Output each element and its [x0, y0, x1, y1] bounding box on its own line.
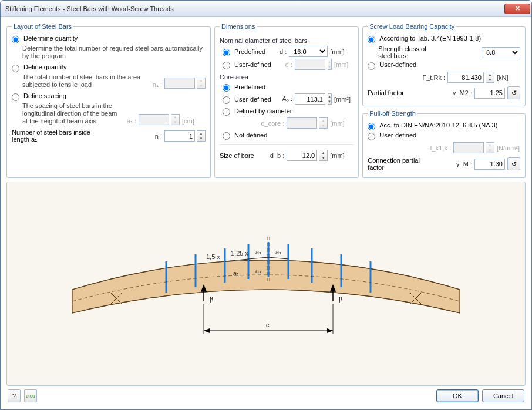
label-pulloff-user: User-defined	[379, 132, 520, 139]
unit-as: [mm²]	[334, 96, 358, 103]
svg-text:β: β	[210, 295, 213, 303]
group-layout-legend: Layout of Steel Bars	[12, 23, 73, 30]
select-d[interactable]: 16.0	[289, 46, 328, 57]
svg-text:β: β	[339, 295, 342, 303]
group-layout: Layout of Steel Bars Determine quantity …	[6, 23, 211, 178]
spinner-as[interactable]: ▲▼	[328, 93, 332, 105]
input-db[interactable]	[287, 150, 317, 161]
radio-define-qty[interactable]	[12, 65, 19, 72]
cancel-button[interactable]: Cancel	[482, 389, 524, 402]
head-core: Core area	[220, 73, 353, 80]
head-nominal-dia: Nominal diameter of steel bars	[220, 37, 353, 44]
label-core-notdef: Not defined	[234, 132, 267, 139]
radio-determine-qty[interactable]	[12, 36, 19, 43]
input-dcore[interactable]	[287, 117, 317, 129]
label-screw-user: User-defined	[379, 61, 520, 68]
spinner-ftrk[interactable]: ▲▼	[486, 72, 494, 83]
reset-icon: ↺	[511, 89, 517, 97]
ok-button[interactable]: OK	[436, 389, 479, 402]
sym-fk1k: f_k1,k :	[430, 144, 451, 152]
sym-d: d :	[270, 48, 287, 55]
radio-screw-user[interactable]	[368, 62, 375, 70]
radio-core-user[interactable]	[223, 96, 230, 104]
select-strength[interactable]: 8.8	[482, 47, 520, 58]
sym-gm2: γ_M2 :	[453, 89, 472, 96]
unit-dcore: [mm]	[330, 120, 353, 127]
group-screw-legend: Screw Load Bearing Capacity	[368, 23, 456, 30]
sym-dcore: d_core :	[261, 120, 284, 127]
label-define-qty: Define quantity	[23, 63, 206, 70]
spinner-n[interactable]: ▲▼	[197, 130, 206, 142]
sym-ftrk: F_t,Rk :	[422, 74, 445, 81]
reset-icon: ↺	[511, 160, 517, 168]
svg-text:a₁: a₁	[255, 248, 261, 256]
input-a1[interactable]	[139, 114, 169, 125]
reset-gm-button[interactable]: ↺	[507, 157, 520, 170]
input-gm2[interactable]	[474, 88, 505, 99]
spinner-n1[interactable]: ▲▼	[197, 78, 206, 89]
label-core-user: User-defined	[234, 96, 271, 103]
input-fk1k[interactable]	[453, 142, 484, 153]
label-nom-predef: Predefined	[234, 48, 265, 55]
svg-text:a₁: a₁	[275, 248, 281, 256]
titlebar: Stiffening Elements - Steel Bars with Wo…	[1, 1, 531, 17]
input-n1[interactable]	[164, 78, 195, 89]
svg-marker-32	[327, 328, 333, 333]
radio-nom-user[interactable]	[223, 62, 230, 69]
spinner-a1[interactable]: ▲▼	[171, 114, 180, 125]
svg-text:a₁: a₁	[255, 267, 261, 274]
unit-db: [mm]	[330, 152, 353, 159]
unit-d2: [mm]	[334, 61, 358, 68]
svg-line-17	[268, 257, 288, 259]
sym-d2: d :	[276, 61, 292, 68]
label-core-predef: Predefined	[234, 83, 265, 90]
help-button[interactable]: ?	[8, 389, 21, 402]
sym-gm: γ_M :	[456, 160, 472, 167]
spinner-db[interactable]: ▲▼	[319, 150, 328, 161]
beam-diagram: 1,5 x 1,25 x a₁ a₁ a₁ a₁ β β c	[6, 182, 526, 386]
input-as[interactable]	[295, 93, 325, 105]
input-d-user[interactable]	[295, 59, 325, 70]
svg-text:a₁: a₁	[233, 270, 239, 277]
svg-text:1,25 x: 1,25 x	[231, 250, 248, 257]
spinner-d-user[interactable]: ▲▼	[328, 59, 332, 70]
radio-core-dia[interactable]	[223, 108, 230, 116]
desc-define-spacing: The spacing of steel bars in the longitu…	[22, 102, 117, 125]
label-conn-partial: Connection partial factor	[368, 157, 426, 171]
input-ftrk[interactable]	[447, 72, 484, 83]
radio-define-spacing[interactable]	[12, 93, 19, 101]
close-button[interactable]: ✕	[504, 4, 530, 14]
svg-marker-31	[204, 328, 210, 333]
sym-n1: n₁ :	[146, 81, 162, 89]
group-dimensions: Dimensions Nominal diameter of steel bar…	[214, 23, 359, 178]
group-dimensions-legend: Dimensions	[220, 23, 257, 30]
unit-d: [mm]	[330, 48, 353, 55]
radio-nom-predef[interactable]	[223, 49, 230, 56]
sym-as: Aₛ :	[276, 95, 292, 103]
svg-line-16	[248, 257, 268, 259]
close-icon: ✕	[515, 5, 520, 12]
units-button[interactable]: 0.00	[24, 389, 37, 402]
reset-gm2-button[interactable]: ↺	[507, 86, 520, 99]
beam-svg: 1,5 x 1,25 x a₁ a₁ a₁ a₁ β β c	[49, 213, 483, 354]
help-icon: ?	[12, 392, 16, 399]
svg-text:c: c	[266, 321, 270, 328]
input-gm[interactable]	[474, 159, 505, 170]
sym-db: d_b :	[268, 152, 284, 159]
sym-n: n :	[146, 133, 162, 140]
label-screw-tab: According to Tab. 3.4(EN 1993-1-8)	[379, 35, 520, 42]
window-title: Stiffening Elements - Steel Bars with Wo…	[5, 5, 174, 12]
desc-determine-qty: Determine the total number of required s…	[22, 45, 206, 60]
label-core-dia: Defined by diameter	[234, 107, 292, 115]
spinner-dcore[interactable]: ▲▼	[319, 117, 328, 129]
radio-pulloff-din[interactable]	[368, 123, 375, 130]
input-n[interactable]	[164, 130, 195, 142]
spinner-fk1k[interactable]: ▲▼	[486, 142, 494, 153]
radio-core-predef[interactable]	[223, 84, 230, 92]
radio-core-notdef[interactable]	[223, 132, 230, 140]
svg-text:1,5 x: 1,5 x	[206, 253, 220, 260]
group-pulloff: Pull-off Strength Acc. to DIN EN/NA:2010…	[362, 110, 526, 178]
radio-pulloff-user[interactable]	[368, 133, 375, 140]
sym-a1: a₁ :	[120, 117, 136, 125]
radio-screw-tab[interactable]	[368, 36, 375, 43]
